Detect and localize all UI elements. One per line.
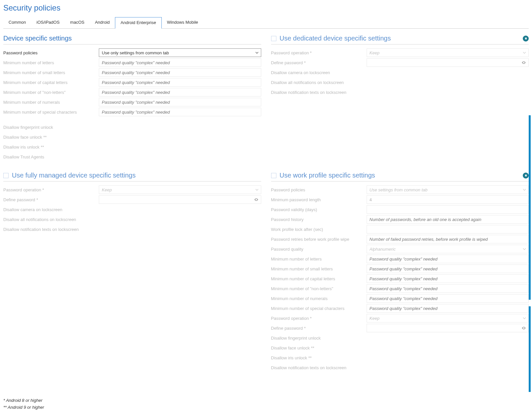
label-wp-min-numerals: Minimum number of numerals: [271, 296, 367, 301]
label-fm-define-password: Define password *: [3, 197, 99, 202]
label-ded-define-password: Define password *: [271, 60, 367, 65]
row-ded-all-notif: Disallow all notifications on lockscreen: [271, 77, 529, 87]
section-device-specific: Device specific settings Password polici…: [3, 35, 261, 162]
label-min-small-letters: Minimum number of small letters: [3, 70, 99, 75]
tab-ios[interactable]: iOS/iPadOS: [31, 17, 65, 28]
footnotes: * Android 8 or higher ** Android 9 or hi…: [3, 396, 44, 410]
tab-windows-mobile[interactable]: Windows Mobile: [162, 17, 204, 28]
label-wp-password-op: Password operation *: [271, 316, 367, 321]
input-wp-define-password: [367, 324, 529, 332]
row-wp-fingerprint: Disallow fingerprint unlock: [271, 333, 529, 343]
label-fm-password-op: Password operation *: [3, 187, 99, 192]
label-wp-min-length: Minimum password length: [271, 197, 367, 202]
tab-android-enterprise[interactable]: Android Enterprise: [115, 17, 162, 29]
label-ded-password-op: Password operation *: [271, 50, 367, 55]
label-wp-lock-after: Work profile lock after (sec): [271, 227, 367, 232]
input-min-nonletters: [99, 88, 261, 97]
input-fm-define-password: [99, 195, 261, 204]
label-wp-min-nonletters: Minimum number of "non-letters": [271, 286, 367, 291]
select-password-policies[interactable]: [99, 48, 261, 57]
select-fm-password-op: [99, 185, 261, 194]
input-min-numerals: [99, 98, 261, 106]
input-wp-history: [367, 215, 529, 224]
footnote-1: * Android 8 or higher: [3, 398, 44, 403]
label-wp-quality: Password quality: [271, 247, 367, 252]
input-min-letters: [99, 58, 261, 67]
eye-icon[interactable]: [521, 326, 526, 330]
label-min-capital-letters: Minimum number of capital letters: [3, 80, 99, 85]
label-min-letters: Minimum number of letters: [3, 60, 99, 65]
row-disallow-face: Disallow face unlock **: [3, 132, 261, 142]
select-wp-password-op: [367, 314, 529, 322]
row-ded-notif-texts: Disallow notification texts on lockscree…: [271, 87, 529, 97]
row-disallow-fingerprint: Disallow fingerprint unlock: [3, 122, 261, 132]
section-title-fully-managed: Use fully managed device specific settin…: [12, 172, 136, 179]
label-min-nonletters: Minimum number of "non-letters": [3, 90, 99, 95]
section-title-work-profile: Use work profile specific settings: [280, 172, 375, 179]
label-wp-password-policies: Password policies: [271, 187, 367, 192]
eye-icon[interactable]: [254, 197, 259, 202]
row-fm-notif-texts: Disallow notification texts on lockscree…: [3, 224, 261, 234]
input-min-capital-letters: [99, 78, 261, 87]
tabs: Common iOS/iPadOS macOS Android Android …: [3, 17, 529, 29]
eye-icon[interactable]: [521, 60, 526, 65]
input-wp-lock-after: [367, 225, 529, 234]
input-ded-define-password: [367, 58, 529, 67]
row-disallow-iris: Disallow iris unlock **: [3, 142, 261, 152]
label-wp-history: Password history: [271, 217, 367, 222]
input-wp-min-numerals: [367, 294, 529, 303]
star-icon[interactable]: [523, 173, 529, 179]
input-min-special: [99, 108, 261, 116]
label-wp-min-capital: Minimum number of capital letters: [271, 276, 367, 281]
select-wp-password-policies: [367, 185, 529, 194]
label-wp-min-letters: Minimum number of letters: [271, 257, 367, 262]
scrollbar-segment[interactable]: [529, 115, 531, 300]
input-wp-retries-wipe: [367, 235, 529, 243]
section-work-profile: Use work profile specific settings Passw…: [271, 172, 529, 373]
section-title-device-specific: Device specific settings: [3, 35, 72, 42]
select-wp-quality: [367, 245, 529, 253]
checkbox-work-profile[interactable]: [271, 173, 276, 178]
input-wp-min-nonletters: [367, 284, 529, 293]
page-title: Security policies: [3, 3, 529, 13]
label-password-policies: Password policies: [3, 50, 99, 55]
footnote-2: ** Android 9 or higher: [3, 405, 44, 410]
row-fm-all-notif: Disallow all notifications on lockscreen: [3, 214, 261, 224]
input-wp-min-length: [367, 195, 529, 204]
checkbox-dedicated[interactable]: [271, 36, 276, 41]
input-wp-min-letters: [367, 255, 529, 263]
input-wp-min-small: [367, 264, 529, 273]
tab-common[interactable]: Common: [3, 17, 31, 28]
input-wp-validity: [367, 205, 529, 214]
label-wp-retries-wipe: Password retries before work profile wip…: [271, 237, 367, 242]
tab-macos[interactable]: macOS: [65, 17, 90, 28]
select-ded-password-op: [367, 48, 529, 57]
label-wp-min-small: Minimum number of small letters: [271, 266, 367, 271]
label-wp-define-password: Define password *: [271, 326, 367, 331]
checkbox-fully-managed[interactable]: [3, 173, 9, 178]
section-title-dedicated: Use dedicated device specific settings: [280, 35, 391, 42]
row-wp-iris: Disallow iris unlock **: [271, 353, 529, 363]
label-wp-min-special: Minimum number of special characters: [271, 306, 367, 311]
tab-android[interactable]: Android: [90, 17, 115, 28]
scrollbar-segment[interactable]: [529, 306, 531, 392]
input-wp-min-capital: [367, 274, 529, 283]
row-wp-notif-texts: Disallow notification texts on lockscree…: [271, 363, 529, 373]
input-min-small-letters: [99, 68, 261, 77]
row-fm-camera: Disallow camera on lockscreen: [3, 205, 261, 214]
star-icon[interactable]: [523, 36, 529, 42]
row-disallow-trust-agents: Disallow Trust Agents: [3, 152, 261, 162]
label-min-numerals: Minimum number of numerals: [3, 100, 99, 105]
section-dedicated: Use dedicated device specific settings P…: [271, 35, 529, 162]
section-fully-managed: Use fully managed device specific settin…: [3, 172, 261, 373]
row-ded-camera: Disallow camera on lockscreen: [271, 68, 529, 77]
input-wp-min-special: [367, 304, 529, 313]
label-min-special: Minimum number of special characters: [3, 110, 99, 115]
label-wp-validity: Password validity (days): [271, 207, 367, 212]
row-wp-face: Disallow face unlock **: [271, 343, 529, 353]
